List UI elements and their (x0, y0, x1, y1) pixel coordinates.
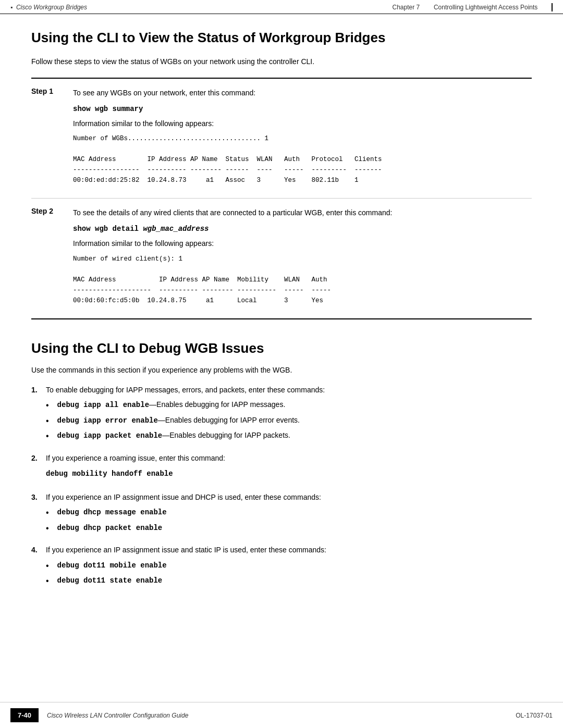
bullet-4-2: debug dot11 state enable (46, 574, 532, 588)
bullet-1-2-bold: debug iapp error enable (57, 416, 158, 425)
step-1: Step 1 To see any WGBs on your network, … (31, 79, 532, 199)
bullet-4-2-bold: debug dot11 state enable (57, 576, 163, 585)
debug-item1-bullets: debug iapp all enable—Enables debugging … (46, 399, 532, 443)
step-2: Step 2 To see the details of any wired c… (31, 199, 532, 318)
debug-item2-cmd: debug mobility handoff enable (46, 468, 532, 479)
bullet-1-2-text: debug iapp error enable—Enables debuggin… (57, 414, 300, 428)
step2-code: Number of wired client(s): 1 MAC Address… (73, 254, 532, 306)
step2-content: To see the details of any wired clients … (73, 207, 532, 310)
step1-command: show wgb summary (73, 103, 532, 115)
bullet-1-3-text: debug iapp packet enable—Enables debuggi… (57, 429, 290, 443)
page-header: ▪ Cisco Workgroup Bridges Chapter 7 Cont… (0, 0, 563, 14)
debug-item2-desc: If you experience a roaming issue, enter… (46, 452, 532, 464)
debug-item1-content: To enable debugging for IAPP messages, e… (46, 384, 532, 445)
section2: Using the CLI to Debug WGB Issues Use th… (31, 340, 532, 590)
steps-container: Step 1 To see any WGBs on your network, … (31, 78, 532, 319)
bullet-4-1-bold: debug dot11 mobile enable (57, 561, 167, 570)
bullet-4-1: debug dot11 mobile enable (46, 559, 532, 573)
section2-intro: Use the commands in this section if you … (31, 365, 532, 376)
doc-title: Cisco Wireless LAN Controller Configurat… (47, 712, 188, 719)
debug-item2-number: 2. (31, 452, 42, 484)
step1-label: Step 1 (31, 87, 73, 190)
doc-number: OL-17037-01 (516, 712, 553, 719)
bullet-3-1-text: debug dhcp message enable (57, 506, 167, 520)
footer-left: 7-40 Cisco Wireless LAN Controller Confi… (10, 708, 188, 722)
header-right-area: Chapter 7 Controlling Lightweight Access… (393, 3, 553, 11)
step2-command-italic: wgb_mac_address (139, 225, 209, 233)
debug-item-2: 2. If you experience a roaming issue, en… (31, 452, 532, 484)
bullet-1-3-rest: —Enables debugging for IAPP packets. (162, 431, 290, 439)
debug-item-3: 3. If you experience an IP assignment is… (31, 491, 532, 537)
header-divider-icon (552, 3, 553, 11)
breadcrumb-top: ▪ Cisco Workgroup Bridges (10, 4, 87, 11)
debug-item-1: 1. To enable debugging for IAPP messages… (31, 384, 532, 445)
bullet-3-2: debug dhcp packet enable (46, 522, 532, 535)
debug-list: 1. To enable debugging for IAPP messages… (31, 384, 532, 590)
debug-item-4: 4. If you experience an IP assignment is… (31, 544, 532, 590)
bullet-1-1-rest: —Enables debugging for IAPP messages. (149, 400, 285, 409)
bullet-1-1-bold: debug iapp all enable (57, 401, 149, 409)
bullet-1-1: debug iapp all enable—Enables debugging … (46, 399, 532, 412)
main-content: Using the CLI to View the Status of Work… (0, 14, 563, 639)
bullet-1-2-rest: —Enables debugging for IAPP error events… (158, 416, 300, 424)
step2-command-bold: show wgb detail (73, 225, 139, 233)
step1-code: Number of WGBs..........................… (73, 133, 532, 186)
bullet-4-2-text: debug dot11 state enable (57, 574, 163, 588)
section1-heading: Using the CLI to View the Status of Work… (31, 30, 532, 46)
debug-item1-desc: To enable debugging for IAPP messages, e… (46, 384, 532, 396)
bullet-1-1-text: debug iapp all enable—Enables debugging … (57, 399, 286, 412)
bullet-4-1-text: debug dot11 mobile enable (57, 559, 167, 573)
debug-item3-number: 3. (31, 491, 42, 537)
step1-description: To see any WGBs on your network, enter t… (73, 87, 532, 98)
step2-label: Step 2 (31, 207, 73, 310)
step2-info: Information similar to the following app… (73, 238, 532, 249)
debug-item4-content: If you experience an IP assignment issue… (46, 544, 532, 590)
bullet-3-1: debug dhcp message enable (46, 506, 532, 520)
step1-content: To see any WGBs on your network, enter t… (73, 87, 532, 190)
chapter-label: Chapter 7 (393, 4, 420, 11)
debug-item3-bullets: debug dhcp message enable debug dhcp pac… (46, 506, 532, 535)
chapter-title: Controlling Lightweight Access Points (434, 4, 537, 11)
bullet-1-2: debug iapp error enable—Enables debuggin… (46, 414, 532, 428)
section1-intro: Follow these steps to view the status of… (31, 56, 532, 67)
bullet-1-3: debug iapp packet enable—Enables debuggi… (46, 429, 532, 443)
section2-heading: Using the CLI to Debug WGB Issues (31, 340, 532, 356)
step1-info: Information similar to the following app… (73, 118, 532, 129)
breadcrumb-icon: ▪ (10, 4, 13, 11)
step2-command: show wgb detail wgb_mac_address (73, 223, 532, 235)
debug-item4-bullets: debug dot11 mobile enable debug dot11 st… (46, 559, 532, 588)
page-footer: 7-40 Cisco Wireless LAN Controller Confi… (0, 702, 563, 728)
bullet-3-2-text: debug dhcp packet enable (57, 522, 163, 535)
bullet-1-3-bold: debug iapp packet enable (57, 431, 163, 440)
debug-item3-content: If you experience an IP assignment issue… (46, 491, 532, 537)
debug-item1-number: 1. (31, 384, 42, 445)
debug-item4-number: 4. (31, 544, 42, 590)
debug-item2-content: If you experience a roaming issue, enter… (46, 452, 532, 484)
page-number: 7-40 (10, 708, 39, 722)
debug-item3-desc: If you experience an IP assignment issue… (46, 491, 532, 503)
breadcrumb-label: Cisco Workgroup Bridges (16, 4, 87, 11)
bullet-3-2-bold: debug dhcp packet enable (57, 524, 163, 532)
bullet-3-1-bold: debug dhcp message enable (57, 508, 167, 516)
step2-description: To see the details of any wired clients … (73, 207, 532, 218)
debug-item4-desc: If you experience an IP assignment issue… (46, 544, 532, 556)
